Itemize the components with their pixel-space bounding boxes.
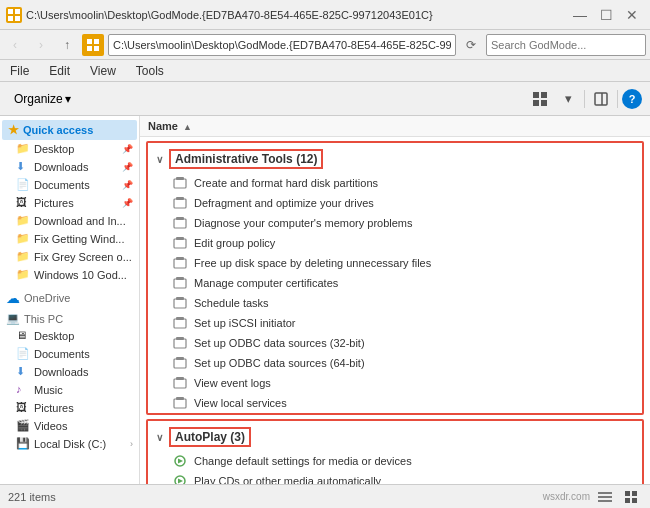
- list-item[interactable]: Play CDs or other media automatically: [148, 471, 642, 484]
- list-item[interactable]: Set up ODBC data sources (32-bit): [148, 333, 642, 353]
- sidebar-item-documents[interactable]: 📄 Documents 📌: [0, 176, 139, 194]
- list-item[interactable]: View local services: [148, 393, 642, 413]
- cloud-icon: ☁: [6, 290, 20, 306]
- svg-rect-4: [87, 39, 92, 44]
- back-button[interactable]: ‹: [4, 34, 26, 56]
- list-item[interactable]: Set up ODBC data sources (64-bit): [148, 353, 642, 373]
- location-icon: [82, 34, 104, 56]
- help-button[interactable]: ?: [622, 89, 642, 109]
- organize-button[interactable]: Organize ▾: [8, 88, 77, 110]
- menu-file[interactable]: File: [6, 62, 33, 80]
- onedrive-label: OneDrive: [24, 292, 70, 304]
- organize-chevron: ▾: [65, 92, 71, 106]
- autoplay-section: ∨ AutoPlay (3) Change default settings f…: [140, 419, 650, 484]
- autoplay-outline: ∨ AutoPlay (3) Change default settings f…: [146, 419, 644, 484]
- list-item[interactable]: Manage computer certificates: [148, 273, 642, 293]
- sidebar-item-label: Pictures: [34, 197, 118, 209]
- minimize-button[interactable]: —: [568, 3, 592, 27]
- svg-marker-41: [178, 479, 183, 484]
- list-item[interactable]: Edit group policy: [148, 233, 642, 253]
- svg-rect-28: [174, 319, 186, 328]
- list-item[interactable]: View event logs: [148, 373, 642, 393]
- sidebar-item-label: Documents: [34, 179, 118, 191]
- list-item[interactable]: Defragment and optimize your drives: [148, 193, 642, 213]
- toolbar-divider-2: [617, 90, 618, 108]
- svg-rect-16: [174, 199, 186, 208]
- forward-button[interactable]: ›: [30, 34, 52, 56]
- view-chevron-button[interactable]: ▾: [556, 87, 580, 111]
- svg-rect-12: [595, 93, 607, 105]
- quick-access-label: Quick access: [23, 124, 93, 136]
- file-name: Manage computer certificates: [194, 277, 634, 289]
- quick-access-header[interactable]: ★ Quick access: [2, 120, 137, 140]
- list-item[interactable]: Change default settings for media or dev…: [148, 451, 642, 471]
- svg-rect-23: [176, 257, 184, 260]
- list-item[interactable]: Create and format hard disk partitions: [148, 173, 642, 193]
- folder-icon: 📁: [16, 142, 30, 156]
- sidebar-item-pc-desktop[interactable]: 🖥 Desktop: [0, 327, 139, 345]
- address-input[interactable]: [108, 34, 456, 56]
- sidebar-item-fix-getting[interactable]: 📁 Fix Getting Wind...: [0, 230, 139, 248]
- tool-icon: [172, 175, 188, 191]
- doc-icon: 📄: [16, 178, 30, 192]
- search-input[interactable]: [486, 34, 646, 56]
- folder-icon-4: 📁: [16, 250, 30, 264]
- autoplay-title: AutoPlay (3): [169, 427, 251, 447]
- preview-pane-button[interactable]: [589, 87, 613, 111]
- svg-rect-3: [15, 16, 20, 21]
- onedrive-header[interactable]: ☁ OneDrive: [0, 286, 139, 308]
- sidebar-item-pc-music[interactable]: ♪ Music: [0, 381, 139, 399]
- title-bar: C:\Users\moolin\Desktop\GodMode.{ED7BA47…: [0, 0, 650, 30]
- autoplay-header[interactable]: ∨ AutoPlay (3): [148, 421, 642, 451]
- admin-tools-header[interactable]: ∨ Administrative Tools (12): [148, 143, 642, 173]
- close-button[interactable]: ✕: [620, 3, 644, 27]
- file-name: Set up iSCSI initiator: [194, 317, 634, 329]
- thispc-header[interactable]: 💻 This PC: [0, 308, 139, 327]
- svg-marker-39: [178, 459, 183, 464]
- sidebar-item-fix-grey[interactable]: 📁 Fix Grey Screen o...: [0, 248, 139, 266]
- sidebar-item-downloads[interactable]: ⬇ Downloads 📌: [0, 158, 139, 176]
- sidebar-item-win10god[interactable]: 📁 Windows 10 God...: [0, 266, 139, 284]
- list-item[interactable]: Set up iSCSI initiator: [148, 313, 642, 333]
- sidebar-item-label: Downloads: [34, 161, 118, 173]
- sidebar-item-label: Videos: [34, 420, 133, 432]
- sidebar-item-desktop[interactable]: 📁 Desktop 📌: [0, 140, 139, 158]
- folder-icon-2: 📁: [16, 214, 30, 228]
- refresh-button[interactable]: ⟳: [460, 34, 482, 56]
- list-item[interactable]: Schedule tasks: [148, 293, 642, 313]
- menu-view[interactable]: View: [86, 62, 120, 80]
- list-view-button[interactable]: [594, 488, 616, 506]
- maximize-button[interactable]: ☐: [594, 3, 618, 27]
- file-name: Play CDs or other media automatically: [194, 475, 634, 484]
- chevron-down-icon: ∨: [156, 154, 163, 165]
- sidebar-item-pc-videos[interactable]: 🎬 Videos: [0, 417, 139, 435]
- svg-rect-7: [94, 46, 99, 51]
- up-button[interactable]: ↑: [56, 34, 78, 56]
- sidebar-item-pc-pictures[interactable]: 🖼 Pictures: [0, 399, 139, 417]
- autoplay-icon-1: [172, 453, 188, 469]
- file-name: Set up ODBC data sources (32-bit): [194, 337, 634, 349]
- menu-edit[interactable]: Edit: [45, 62, 74, 80]
- svg-rect-9: [541, 92, 547, 98]
- svg-rect-35: [176, 377, 184, 380]
- sidebar-item-download-in[interactable]: 📁 Download and In...: [0, 212, 139, 230]
- file-list-header: Name ▲: [140, 116, 650, 137]
- thispc-label: This PC: [24, 313, 63, 325]
- file-name: Change default settings for media or dev…: [194, 455, 634, 467]
- menu-tools[interactable]: Tools: [132, 62, 168, 80]
- tiles-view-button[interactable]: [620, 488, 642, 506]
- svg-rect-1: [15, 9, 20, 14]
- sidebar-item-label: Local Disk (C:): [34, 438, 126, 450]
- sidebar-item-pictures[interactable]: 🖼 Pictures 📌: [0, 194, 139, 212]
- address-bar: ‹ › ↑ ⟳: [0, 30, 650, 60]
- svg-rect-10: [533, 100, 539, 106]
- column-name[interactable]: Name ▲: [148, 120, 642, 132]
- list-item[interactable]: Diagnose your computer's memory problems: [148, 213, 642, 233]
- pin-icon-2: 📌: [122, 162, 133, 172]
- sidebar-item-pc-documents[interactable]: 📄 Documents: [0, 345, 139, 363]
- sidebar-item-pc-downloads[interactable]: ⬇ Downloads: [0, 363, 139, 381]
- toolbar-divider: [584, 90, 585, 108]
- change-view-button[interactable]: [528, 87, 552, 111]
- sidebar-item-localdisk[interactable]: 💾 Local Disk (C:) ›: [0, 435, 139, 453]
- list-item[interactable]: Free up disk space by deleting unnecessa…: [148, 253, 642, 273]
